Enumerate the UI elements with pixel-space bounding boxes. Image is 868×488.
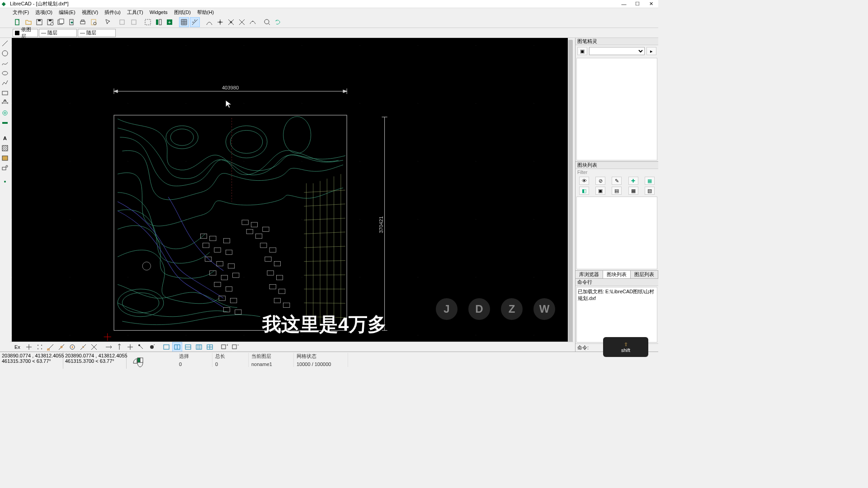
point-tool[interactable] [0, 177, 9, 186]
linetype-combo[interactable]: — 随层 [39, 29, 77, 37]
tab-library[interactable]: 库浏览器 [576, 271, 603, 278]
vertical-scrollbar[interactable] [568, 38, 573, 346]
grid-toggle-button[interactable] [179, 17, 189, 27]
snap-tangent-button[interactable] [248, 17, 258, 27]
print-preview-button[interactable] [89, 17, 99, 27]
select-button[interactable] [103, 17, 113, 27]
restrict-nothing-button[interactable] [104, 342, 113, 352]
block-list[interactable] [576, 197, 657, 269]
ellipse-tool[interactable] [0, 69, 9, 78]
restrict-ortho-button[interactable] [114, 342, 124, 352]
svg-rect-14 [132, 20, 136, 24]
tab-layers[interactable]: 图层列表 [631, 271, 658, 278]
block-add-button[interactable]: ✚ [628, 177, 638, 185]
view-cascade-button[interactable] [172, 342, 182, 352]
svg-rect-117 [164, 345, 169, 349]
menu-drawing[interactable]: 图纸(D) [174, 9, 191, 16]
hatch-tool[interactable] [0, 144, 9, 153]
zoom-auto-button[interactable]: + [165, 17, 175, 27]
block-btn-7[interactable]: ▣ [595, 187, 605, 195]
new-file-button[interactable] [13, 17, 23, 27]
restrict-horiz-button[interactable] [125, 342, 135, 352]
zoom-redraw-button[interactable] [273, 17, 283, 27]
block-hide-button[interactable]: ⊘ [595, 177, 605, 185]
circle-tool[interactable] [0, 49, 9, 58]
snap-mid-button[interactable] [215, 17, 225, 27]
restrict-vert-button[interactable] [136, 342, 146, 352]
snap-free-button[interactable] [24, 342, 34, 352]
block-tool[interactable] [0, 164, 9, 173]
image-tool[interactable] [0, 154, 9, 163]
zoom-window-button[interactable] [143, 17, 153, 27]
measure-tool[interactable] [0, 118, 9, 127]
zoom-in-button[interactable] [262, 17, 272, 27]
snap-intersection-button[interactable] [237, 17, 247, 27]
print-button[interactable] [78, 17, 88, 27]
menu-plugins[interactable]: 插件(u) [104, 9, 120, 16]
polyline-tool[interactable] [0, 79, 9, 88]
pen-select[interactable] [589, 47, 645, 55]
dimension-vertical: 370421 [378, 216, 384, 233]
lineweight-combo[interactable]: — 随层 [78, 29, 116, 37]
snap-middle-button[interactable] [78, 342, 88, 352]
snap-center-button2[interactable] [67, 342, 77, 352]
save-button[interactable] [34, 17, 44, 27]
menu-edit[interactable]: 编辑(E) [59, 9, 75, 16]
snap-dist-button[interactable] [89, 342, 99, 352]
svg-point-107 [38, 345, 38, 346]
zoom-tool[interactable] [0, 108, 9, 117]
ortho-toggle-button[interactable] [190, 17, 200, 27]
view-tileh-button[interactable] [183, 342, 193, 352]
cmd-prompt: 命令: [577, 344, 589, 351]
save-all-button[interactable] [56, 17, 66, 27]
svg-rect-32 [2, 156, 8, 160]
line-tool[interactable] [0, 39, 9, 48]
block-remove-button[interactable]: ▦ [645, 177, 655, 185]
export-button[interactable] [67, 17, 77, 27]
view-tilev-button[interactable] [194, 342, 204, 352]
dimension-tool[interactable]: A [0, 99, 9, 108]
minimize-button[interactable]: — [621, 1, 627, 7]
menu-tools[interactable]: 工具(T) [127, 9, 143, 16]
block-panel-header: 图块列表 [576, 162, 658, 169]
snap-center-button[interactable] [226, 17, 236, 27]
layer-color-combo[interactable]: 依图层 [13, 29, 38, 37]
rectangle-tool[interactable] [0, 89, 9, 98]
drawing-canvas[interactable]: 403980 370421 [12, 38, 573, 352]
text-tool[interactable]: A [0, 134, 9, 143]
block-btn-10[interactable]: ▧ [645, 187, 655, 195]
pen-apply-button[interactable]: ▸ [646, 47, 656, 55]
pen-pick-button[interactable]: ▣ [577, 47, 587, 55]
curve-tool[interactable] [0, 59, 9, 68]
block-btn-9[interactable]: ▦ [628, 187, 638, 195]
remove-view-button[interactable]: − [230, 342, 240, 352]
undo-button[interactable] [118, 17, 127, 27]
add-view-button[interactable]: + [219, 342, 229, 352]
save-as-button[interactable] [45, 17, 55, 27]
open-file-button[interactable] [24, 17, 33, 27]
snap-grid-button[interactable] [35, 342, 45, 352]
snap-end-button[interactable] [204, 17, 214, 27]
status-bar: 203890.0774 , 413812.4055 461315.3700 < … [0, 352, 658, 369]
svg-rect-7 [59, 19, 64, 23]
block-btn-6[interactable]: ◧ [579, 187, 589, 195]
menu-widgets[interactable]: Widgets [150, 9, 168, 15]
snap-onentity-button[interactable] [57, 342, 66, 352]
view-single-button[interactable] [161, 342, 171, 352]
zoom-extents-button[interactable] [154, 17, 164, 27]
snap-endpoint-button[interactable] [46, 342, 56, 352]
menu-help[interactable]: 帮助(H) [197, 9, 214, 16]
block-show-button[interactable]: 👁 [579, 177, 589, 185]
menu-file[interactable]: 文件(F) [13, 9, 29, 16]
rel-zero-button[interactable] [147, 342, 157, 352]
maximize-button[interactable]: ☐ [635, 1, 640, 7]
tab-blocks[interactable]: 图块列表 [603, 271, 631, 278]
block-rename-button[interactable]: ✎ [612, 177, 622, 185]
menu-options[interactable]: 选项(O) [35, 9, 52, 16]
block-btn-8[interactable]: ▤ [612, 187, 622, 195]
close-button[interactable]: ✕ [648, 1, 654, 7]
menu-view[interactable]: 视图(V) [82, 9, 99, 16]
redo-button[interactable] [128, 17, 138, 27]
canvas-area[interactable]: 403980 370421 [12, 38, 573, 352]
view-tile4-button[interactable] [205, 342, 215, 352]
